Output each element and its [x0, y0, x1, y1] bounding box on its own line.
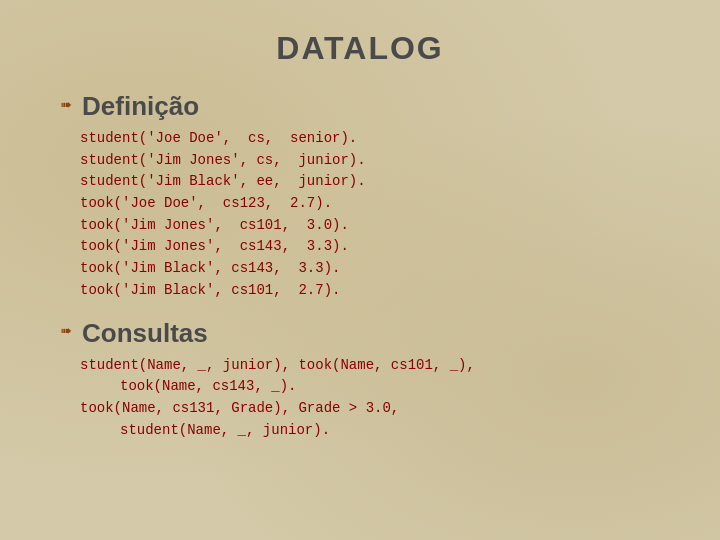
code-line-8: took('Jim Black', cs101, 2.7).: [80, 280, 660, 302]
definition-title: Definição: [82, 91, 199, 122]
definition-arrow-icon: ➠: [60, 97, 72, 117]
definition-header: ➠ Definição: [60, 91, 660, 122]
title-section: DATALOG: [60, 30, 660, 67]
consultas-title: Consultas: [82, 318, 208, 349]
consultas-code-block: student(Name, _, junior), took(Name, cs1…: [60, 355, 660, 442]
page-title: DATALOG: [60, 30, 660, 67]
code-line-3: student('Jim Black', ee, junior).: [80, 171, 660, 193]
code-line-7: took('Jim Black', cs143, 3.3).: [80, 258, 660, 280]
code-line-6: took('Jim Jones', cs143, 3.3).: [80, 236, 660, 258]
consulta-line-1: student(Name, _, junior), took(Name, cs1…: [80, 355, 660, 377]
code-line-2: student('Jim Jones', cs, junior).: [80, 150, 660, 172]
consultas-section: ➠ Consultas student(Name, _, junior), to…: [60, 318, 660, 442]
page-container: DATALOG ➠ Definição student('Joe Doe', c…: [0, 0, 720, 540]
consultas-header: ➠ Consultas: [60, 318, 660, 349]
code-line-1: student('Joe Doe', cs, senior).: [80, 128, 660, 150]
consulta-line-4: student(Name, _, junior).: [80, 420, 660, 442]
definition-section: ➠ Definição student('Joe Doe', cs, senio…: [60, 91, 660, 302]
definition-code-block: student('Joe Doe', cs, senior). student(…: [60, 128, 660, 302]
code-line-5: took('Jim Jones', cs101, 3.0).: [80, 215, 660, 237]
code-line-4: took('Joe Doe', cs123, 2.7).: [80, 193, 660, 215]
consulta-line-3: took(Name, cs131, Grade), Grade > 3.0,: [80, 398, 660, 420]
consulta-line-2: took(Name, cs143, _).: [80, 376, 660, 398]
consultas-arrow-icon: ➠: [60, 323, 72, 343]
